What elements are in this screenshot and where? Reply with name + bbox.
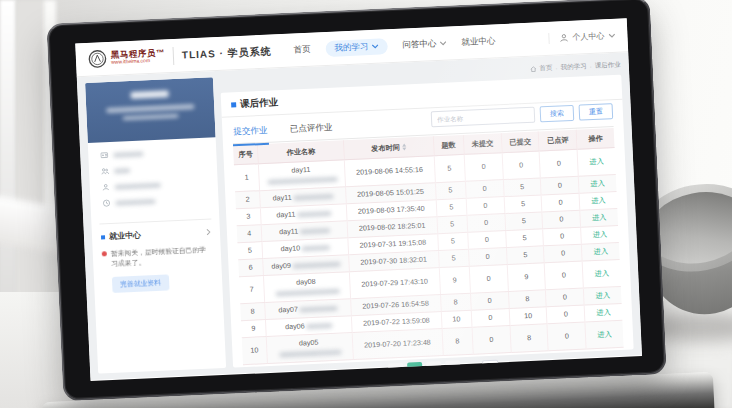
- sort-carets[interactable]: [402, 144, 406, 151]
- cell-action: 进入: [582, 260, 621, 288]
- home-icon: [529, 65, 536, 72]
- cell-name: day11: [259, 160, 346, 191]
- employment-profile-button[interactable]: 完善就业资料: [112, 275, 169, 294]
- sidebar: 就业中心 暂未闯关，是时候验证自己的学习成果了。 完善就业资料: [85, 77, 226, 374]
- page-body: 就业中心 暂未闯关，是时候验证自己的学习成果了。 完善就业资料: [77, 52, 642, 380]
- itheima-logo[interactable]: 黑马程序员™ www.itheima.com: [88, 46, 166, 68]
- breadcrumb-item-2[interactable]: 课后作业: [595, 60, 621, 70]
- cell-reviewed: 0: [545, 261, 584, 289]
- redacted-student-name: [130, 90, 168, 99]
- breadcrumb-item-1[interactable]: 我的学习: [560, 62, 586, 72]
- nav-item-my-learning[interactable]: 我的学习: [325, 38, 388, 57]
- nav-item-qa-center[interactable]: 问答中心: [402, 37, 446, 51]
- redacted-name: [300, 306, 338, 313]
- enter-link[interactable]: 进入: [592, 213, 607, 223]
- col-header-submitted: 已提交: [501, 131, 540, 152]
- profile-info-row: [102, 195, 206, 208]
- pagination-total: 共 14 条: [358, 366, 384, 377]
- reset-button[interactable]: 重置: [579, 103, 614, 121]
- sort-caret-up-icon[interactable]: [402, 144, 406, 147]
- enter-link[interactable]: 进入: [589, 157, 604, 167]
- cell-reviewed: 0: [546, 288, 584, 307]
- cell-not-submitted: 0: [472, 326, 511, 354]
- profile-info-row: [102, 179, 206, 192]
- search-button[interactable]: 搜索: [540, 105, 575, 123]
- enter-link[interactable]: 进入: [594, 269, 609, 279]
- redacted-value: [115, 198, 155, 205]
- cell-submitted: 8: [510, 324, 549, 352]
- enter-link[interactable]: 进入: [591, 196, 606, 206]
- group-icon: [101, 167, 109, 175]
- brand-url: www.itheima.com: [111, 58, 165, 66]
- next-page-button[interactable]: ›: [445, 360, 461, 376]
- enter-link[interactable]: 进入: [596, 308, 611, 318]
- cell-reviewed: 0: [539, 149, 578, 177]
- nav-menu: 首页我的学习问答中心就业中心: [293, 33, 496, 58]
- redacted-class-info: [106, 104, 194, 112]
- sort-caret-down-icon[interactable]: [402, 148, 406, 151]
- user-menu[interactable]: 个人中心: [548, 30, 615, 44]
- cell-submitted: 9: [507, 263, 546, 291]
- enter-link[interactable]: 进入: [590, 179, 605, 189]
- cell-questions: 9: [439, 267, 471, 295]
- laptop: 黑马程序员™ www.itheima.com TLIAS · 学员系统 首页我的…: [46, 0, 671, 408]
- redacted-name: [300, 228, 330, 234]
- nav-item-job-center[interactable]: 就业中心: [461, 35, 496, 49]
- cell-questions: 5: [434, 154, 466, 182]
- nav-item-label: 我的学习: [334, 41, 369, 55]
- redacted-name: [293, 262, 341, 269]
- red-dot-icon: [102, 251, 107, 256]
- employment-header[interactable]: 就业中心: [101, 226, 211, 242]
- employment-title: 就业中心: [109, 230, 141, 242]
- nav-item-label: 就业中心: [461, 35, 496, 49]
- breadcrumb-item-0[interactable]: 首页: [539, 63, 552, 73]
- cell-name: day05: [266, 333, 353, 364]
- enter-link[interactable]: 进入: [595, 291, 610, 301]
- redacted-name: [275, 288, 339, 296]
- cell-action: 进入: [579, 191, 617, 210]
- cell-submitted: 0: [502, 151, 541, 179]
- breadcrumb-separator: ·: [555, 64, 557, 71]
- cell-not-submitted: 0: [465, 179, 503, 198]
- chevron-down-icon: [371, 44, 378, 49]
- nav-item-home[interactable]: 首页: [293, 43, 311, 56]
- tab-submit-homework[interactable]: 提交作业: [232, 122, 269, 147]
- goto-page-input[interactable]: [482, 359, 499, 374]
- page-button-1[interactable]: 1: [407, 362, 423, 378]
- page-title: 课后作业: [240, 96, 279, 111]
- id-card-icon: [100, 151, 108, 159]
- cell-no: 6: [238, 259, 263, 277]
- redacted-value: [114, 168, 130, 174]
- tab-reviewed-homework[interactable]: 已点评作业: [288, 119, 333, 142]
- col-header-reviewed: 已点评: [539, 130, 578, 151]
- photo-scene: 黑马程序员™ www.itheima.com TLIAS · 学员系统 首页我的…: [0, 0, 732, 408]
- cell-time: 2019-07-29 17:43:10: [349, 268, 440, 299]
- page-button-2[interactable]: 2: [426, 361, 442, 377]
- search-input[interactable]: [431, 107, 536, 128]
- cell-no: 4: [237, 225, 262, 243]
- enter-link[interactable]: 进入: [593, 247, 608, 257]
- goto-label: 前往: [464, 362, 478, 373]
- homework-table-body: 1day112019-08-06 14:55:165000进入2day11201…: [234, 148, 624, 365]
- cell-not-submitted: 0: [464, 153, 503, 181]
- prev-page-button[interactable]: ‹: [388, 363, 404, 379]
- homework-panel: 课后作业 提交作业 已点评作业 搜索 重置: [221, 75, 634, 368]
- cell-submitted: 5: [506, 246, 544, 265]
- chevron-right-icon: [206, 228, 211, 235]
- product-title: TLIAS · 学员系统: [182, 44, 272, 62]
- enter-link[interactable]: 进入: [593, 230, 608, 240]
- chevron-down-icon: [608, 33, 615, 38]
- clock-icon: [102, 199, 110, 207]
- col-header-action: 操作: [576, 128, 614, 149]
- cell-questions: 5: [435, 181, 466, 199]
- cell-no: 8: [240, 303, 265, 321]
- enter-link[interactable]: 进入: [597, 330, 612, 340]
- cell-submitted: 8: [508, 290, 546, 309]
- cell-not-submitted: 0: [468, 248, 506, 267]
- col-header-no: 序号: [233, 144, 259, 165]
- col-header-questions: 题数: [433, 135, 464, 156]
- cell-reviewed: 0: [547, 305, 585, 324]
- profile-info-row: [101, 163, 205, 176]
- chevron-down-icon: [439, 41, 446, 46]
- homework-table: 序号 作业名称 发布时间 题数 未提交 已提交 已点评: [233, 128, 624, 365]
